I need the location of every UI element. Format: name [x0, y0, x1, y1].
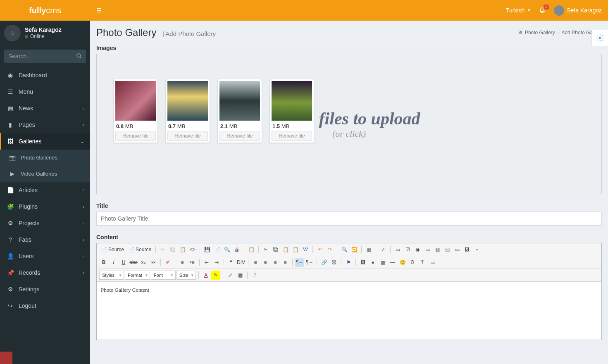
anchor-icon[interactable]: ⚑ — [344, 258, 353, 267]
bg-color-icon[interactable]: ✎ — [211, 271, 220, 280]
iframe-icon[interactable]: ▭ — [428, 258, 437, 267]
nav-news[interactable]: ▦News‹ — [0, 100, 90, 117]
subscript-icon[interactable]: x₂ — [139, 258, 148, 267]
title-input[interactable] — [96, 212, 602, 226]
print-icon[interactable]: 🖨 — [232, 245, 241, 254]
undo-icon[interactable]: ↶ — [315, 245, 324, 254]
breadcrumb-link[interactable]: Photo Gallery — [525, 30, 555, 36]
language-dropdown[interactable]: Turkish▼ — [506, 7, 531, 14]
settings-gear-tab[interactable] — [591, 30, 608, 46]
underline-icon[interactable]: U — [119, 258, 128, 267]
remove-file-button[interactable]: Remove file — [115, 131, 156, 141]
size-dropdown[interactable]: Size — [176, 271, 196, 280]
textarea-icon[interactable]: ▦ — [433, 245, 442, 254]
nav-projects[interactable]: ⚙Projects‹ — [0, 215, 90, 231]
brand-logo[interactable]: fullycms — [0, 0, 90, 21]
copy-icon[interactable]: ⿻ — [168, 245, 177, 254]
align-right-icon[interactable]: ≡ — [271, 258, 280, 267]
strike-icon[interactable]: abc — [129, 258, 138, 267]
nav-pages[interactable]: ▮Pages‹ — [0, 117, 90, 133]
source-button[interactable]: 📄Source — [99, 245, 126, 254]
rtl-icon[interactable]: ¶→ — [305, 258, 314, 267]
nav-dashboard[interactable]: ◉Dashboard — [0, 67, 90, 83]
newpage-icon[interactable]: 📄 — [212, 245, 222, 254]
unlink-icon[interactable]: ⛓ — [329, 258, 339, 267]
nav-settings[interactable]: ⚙Settings — [0, 281, 90, 297]
notifications-button[interactable]: 2 — [539, 7, 546, 14]
hr-icon[interactable]: — — [388, 258, 397, 267]
font-dropdown[interactable]: Font — [151, 271, 176, 280]
sidebar-toggle[interactable]: ☰ — [96, 7, 102, 14]
paste-icon[interactable]: 📋 — [178, 245, 187, 254]
align-left-icon[interactable]: ≡ — [251, 258, 260, 267]
remove-file-button[interactable]: Remove file — [167, 131, 208, 141]
spellcheck-icon[interactable]: ✓ — [379, 245, 388, 254]
search-input[interactable] — [4, 50, 86, 63]
paste-word-icon[interactable]: W — [301, 245, 310, 254]
nav-records[interactable]: 📌Records‹ — [0, 264, 90, 281]
ltr-icon[interactable]: ¶← — [295, 258, 304, 267]
source-button-2[interactable]: 📄Source — [126, 245, 153, 254]
nav-plugins[interactable]: 🧩Plugins‹ — [0, 198, 90, 215]
link-icon[interactable]: 🔗 — [319, 258, 329, 267]
bold-icon[interactable]: B — [99, 258, 108, 267]
maximize-icon[interactable]: ⤢ — [226, 271, 235, 280]
hidden-field-icon[interactable]: ▫ — [472, 245, 482, 254]
button-icon[interactable]: ▭ — [453, 245, 462, 254]
nav-articles[interactable]: 📄Articles‹ — [0, 182, 90, 198]
pagebreak-icon[interactable]: ⤒ — [418, 258, 427, 267]
paste-text-icon[interactable]: 📋 — [291, 245, 300, 254]
nav-users[interactable]: 👤Users‹ — [0, 248, 90, 264]
checkbox-icon[interactable]: ☑ — [403, 245, 412, 254]
table-icon[interactable]: ▦ — [378, 258, 387, 267]
cut-icon[interactable]: ✂ — [158, 245, 167, 254]
search-icon[interactable] — [76, 53, 82, 59]
selectall-icon[interactable]: ▦ — [364, 245, 373, 254]
indent-icon[interactable]: ⇥ — [212, 258, 221, 267]
show-blocks-icon[interactable]: ▦ — [236, 271, 245, 280]
remove-file-button[interactable]: Remove file — [272, 131, 312, 141]
numbered-list-icon[interactable]: ≡ — [178, 258, 187, 267]
textfield-icon[interactable]: ▭ — [423, 245, 432, 254]
image-button-icon[interactable]: 🖼 — [463, 245, 472, 254]
format-dropdown[interactable]: Format — [125, 271, 150, 280]
text-color-icon[interactable]: A — [201, 271, 210, 280]
dropzone[interactable]: Drop files to upload (or click) 0.8 MB R… — [96, 54, 602, 194]
find-icon[interactable]: 🔍 — [340, 245, 349, 254]
align-justify-icon[interactable]: ≡ — [281, 258, 290, 267]
topbar-user[interactable]: Sefa Karagoz — [554, 5, 602, 16]
italic-icon[interactable]: I — [109, 258, 118, 267]
specialchar-icon[interactable]: Ω — [408, 258, 417, 267]
form-icon[interactable]: ▭ — [393, 245, 402, 254]
user-avatar[interactable]: S — [4, 25, 21, 41]
nav-video-galleries[interactable]: ▶Video Galleries — [0, 166, 90, 182]
code-icon[interactable]: <> — [188, 245, 197, 254]
flash-icon[interactable]: ● — [368, 258, 377, 267]
bullet-list-icon[interactable]: •≡ — [188, 258, 197, 267]
paste-icon[interactable]: 📋 — [281, 245, 290, 254]
radio-icon[interactable]: ◉ — [413, 245, 422, 254]
outdent-icon[interactable]: ⇤ — [202, 258, 211, 267]
align-center-icon[interactable]: ≡ — [261, 258, 270, 267]
copy-icon[interactable]: ⿻ — [271, 245, 280, 254]
remove-format-icon[interactable]: ✐ — [163, 258, 172, 267]
nav-photo-galleries[interactable]: 📷Photo Galleries — [0, 150, 90, 166]
nav-logout[interactable]: ↪Logout — [0, 297, 90, 314]
image-icon[interactable]: 🖼 — [358, 258, 367, 267]
cut-icon[interactable]: ✂ — [261, 245, 270, 254]
nav-menu-item[interactable]: ☰Menu — [0, 83, 90, 100]
remove-file-button[interactable]: Remove file — [219, 131, 260, 141]
smiley-icon[interactable]: 🙂 — [398, 258, 407, 267]
nav-galleries[interactable]: 🖼Galleries⌄ — [0, 133, 90, 150]
replace-icon[interactable]: 🔁 — [350, 245, 359, 254]
styles-dropdown[interactable]: Styles — [99, 271, 124, 280]
blockquote-icon[interactable]: ❝ — [227, 258, 236, 267]
editor-content[interactable]: Photo Gallery Content — [97, 282, 601, 340]
superscript-icon[interactable]: x² — [149, 258, 158, 267]
preview-icon[interactable]: 🔍 — [222, 245, 231, 254]
select-icon[interactable]: ▤ — [443, 245, 452, 254]
templates-icon[interactable]: 📋 — [247, 245, 256, 254]
redo-icon[interactable]: ↷ — [325, 245, 334, 254]
div-icon[interactable]: DIV — [236, 258, 246, 267]
save-icon[interactable]: 💾 — [203, 245, 212, 254]
